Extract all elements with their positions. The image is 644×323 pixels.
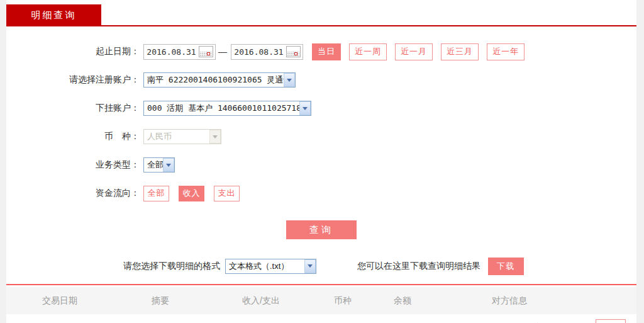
header-date: 交易日期	[6, 295, 113, 307]
business-type-row: 业务类型： 全部	[6, 157, 636, 173]
dropdown-arrow-icon[interactable]	[304, 259, 316, 273]
date-range-separator: —	[218, 47, 227, 57]
header-counterparty: 对方信息	[434, 295, 585, 307]
result-table: 交易日期 摘要 收入/支出 币种 余额 对方信息 2016-08-31 DF提现…	[6, 287, 636, 323]
end-date-value: 2016.08.31	[231, 47, 286, 57]
register-account-label: 请选择注册账户：	[6, 74, 140, 86]
header-currency: 币种	[314, 295, 371, 307]
date-range-label: 起止日期：	[6, 46, 140, 57]
fund-flow-row: 资金流向： 全部 收入 支出	[6, 185, 636, 201]
quick-range-3months-button[interactable]: 近三月	[441, 43, 479, 60]
register-account-select[interactable]: 南平 6222001406100921065 灵通卡	[143, 72, 296, 88]
quick-range-year-button[interactable]: 近一年	[487, 43, 525, 60]
business-type-label: 业务类型：	[6, 159, 140, 171]
fund-flow-expense-button[interactable]: 支出	[214, 186, 240, 201]
download-format-value: 文本格式（.txt）	[226, 261, 304, 272]
query-form: 起止日期： 2016.08.31 — 2016.08.31 当日 近一周 近一月…	[6, 26, 636, 239]
download-format-select[interactable]: 文本格式（.txt）	[225, 259, 316, 274]
calendar-icon[interactable]	[286, 46, 301, 57]
start-date-value: 2016.08.31	[144, 47, 199, 57]
date-range-row: 起止日期： 2016.08.31 — 2016.08.31 当日 近一周 近一月…	[6, 43, 636, 60]
calendar-icon[interactable]	[199, 46, 213, 57]
sub-account-row: 下挂账户： 000 活期 基本户 1406600101102571848	[6, 100, 636, 116]
download-button[interactable]: 下载	[488, 258, 524, 275]
business-type-select[interactable]: 全部	[143, 157, 175, 173]
end-date-input[interactable]: 2016.08.31	[231, 44, 303, 60]
cell-action: 详情	[585, 319, 636, 323]
register-account-value: 南平 6222001406100921065 灵通卡	[144, 74, 284, 86]
register-account-row: 请选择注册账户： 南平 6222001406100921065 灵通卡	[6, 72, 636, 88]
dropdown-arrow-icon[interactable]	[284, 73, 295, 87]
content-panel: 明细查询 起止日期： 2016.08.31 — 2016.08.31 当日 近一…	[6, 0, 636, 323]
sub-account-select[interactable]: 000 活期 基本户 1406600101102571848	[143, 101, 311, 116]
quick-range-today-button[interactable]: 当日	[312, 43, 341, 60]
sub-account-value: 000 活期 基本户 1406600101102571848	[144, 103, 299, 114]
dropdown-arrow-icon	[209, 130, 221, 144]
quick-range-month-button[interactable]: 近一月	[395, 43, 433, 60]
start-date-input[interactable]: 2016.08.31	[143, 44, 216, 60]
detail-button[interactable]: 详情	[596, 319, 626, 323]
header-summary: 摘要	[113, 295, 208, 307]
fund-flow-income-button[interactable]: 收入	[179, 186, 204, 201]
download-format-label: 请您选择下载明细的格式	[123, 261, 220, 272]
business-type-value: 全部	[144, 159, 163, 171]
header-amount: 收入/支出	[220, 295, 302, 307]
currency-select: 人民币	[143, 129, 221, 144]
dropdown-arrow-icon[interactable]	[163, 158, 174, 172]
table-row: 2016-08-31 DF提现 +95.00 人民币 106.26 财付通支付科…	[6, 314, 636, 323]
header-balance: 余额	[371, 295, 434, 307]
table-header-row: 交易日期 摘要 收入/支出 币种 余额 对方信息	[6, 287, 636, 314]
dropdown-arrow-icon[interactable]	[299, 101, 311, 115]
currency-value: 人民币	[144, 131, 209, 142]
fund-flow-label: 资金流向：	[6, 188, 140, 199]
divider	[6, 284, 636, 285]
sub-account-label: 下挂账户：	[6, 103, 140, 114]
tab-bar: 明细查询	[6, 0, 636, 26]
download-hint: 您可以在这里下载查询明细结果	[357, 261, 480, 272]
query-button[interactable]: 查询	[286, 220, 357, 239]
quick-range-week-button[interactable]: 近一周	[349, 43, 387, 60]
download-row: 请您选择下载明细的格式 文本格式（.txt） 您可以在这里下载查询明细结果 下载	[6, 257, 636, 275]
currency-label: 币 种：	[6, 131, 140, 142]
tab-detail-query[interactable]: 明细查询	[6, 4, 101, 25]
fund-flow-all-button[interactable]: 全部	[143, 186, 169, 201]
currency-row: 币 种： 人民币	[6, 128, 636, 145]
